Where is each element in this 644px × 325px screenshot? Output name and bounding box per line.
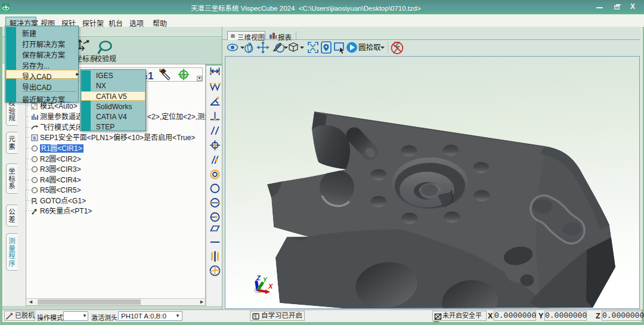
svg-text:S: S	[33, 135, 36, 141]
svg-text:圆拾取: 圆拾取	[358, 43, 381, 52]
svg-text:Y: Y	[263, 277, 268, 283]
svg-text:Z: Z	[256, 274, 261, 281]
svg-text:X: X	[268, 283, 273, 290]
svg-text:1: 1	[148, 70, 153, 81]
